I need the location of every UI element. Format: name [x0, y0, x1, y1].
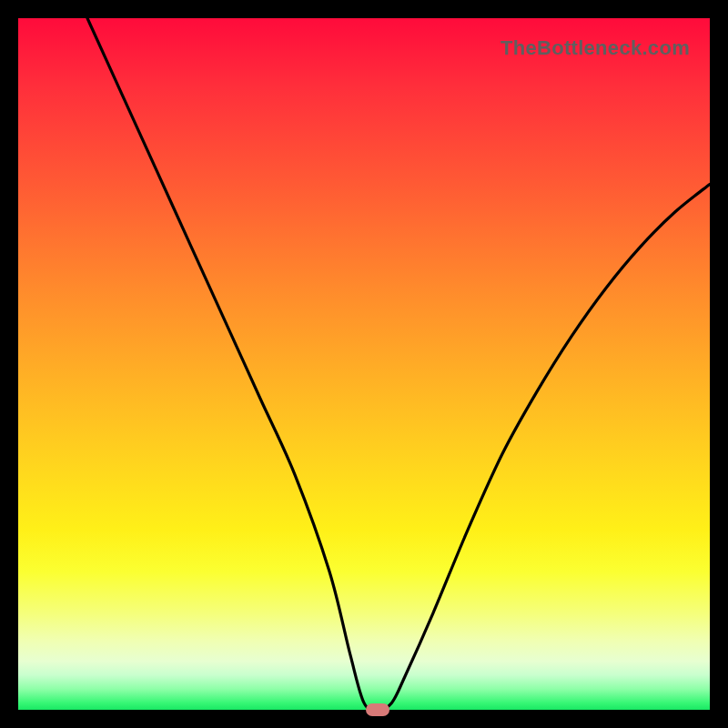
- plot-area: TheBottleneck.com: [18, 18, 710, 710]
- minimum-marker: [366, 703, 389, 716]
- bottleneck-curve: [18, 18, 710, 710]
- curve-path: [87, 18, 710, 710]
- chart-frame: TheBottleneck.com: [0, 0, 728, 728]
